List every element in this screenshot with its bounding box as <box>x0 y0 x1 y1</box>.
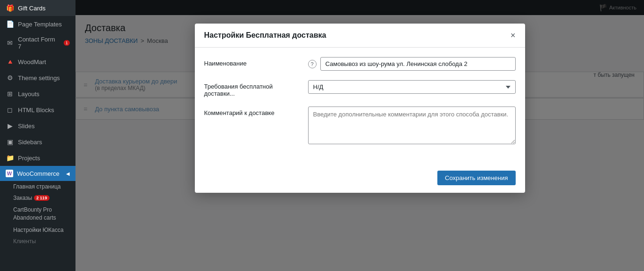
contact-form-badge: 1 <box>64 40 70 46</box>
save-button[interactable]: Сохранить изменения <box>437 171 516 185</box>
comment-label: Комментарий к доставке <box>204 107 299 116</box>
sidebar-item-label: Projects <box>18 155 40 162</box>
comment-field-container <box>308 107 516 144</box>
name-form-row: Наименование ? <box>204 57 516 71</box>
contact-form-icon: ✉ <box>6 39 14 47</box>
sidebar-item-label: Gift Cards <box>18 5 46 12</box>
requirements-select[interactable]: Н/Д Минимальная сумма заказа Купон со ск… <box>308 80 516 94</box>
sidebar-item-woocommerce[interactable]: W WooCommerce ◀ <box>0 166 75 181</box>
subitem-orders-label: Заказы <box>13 195 32 201</box>
subitem-clients-label: Клиенты <box>13 238 36 245</box>
comment-textarea[interactable] <box>308 107 516 144</box>
sidebar-item-label: Slides <box>18 123 34 130</box>
sidebar-item-label: Page Templates <box>18 21 62 28</box>
orders-badge: 2 119 <box>34 195 50 201</box>
modal-close-button[interactable]: × <box>510 31 516 40</box>
subitem-cartbounty-label: CartBounty Pro Abandoned carts <box>13 206 56 222</box>
sidebar-item-slides[interactable]: ▶ Slides <box>0 118 75 134</box>
modal-body: Наименование ? Требования бесплатной дос… <box>195 48 525 163</box>
sidebar-item-label: WooCommerce <box>17 170 59 177</box>
name-input[interactable] <box>320 57 516 71</box>
sidebar-item-label: Layouts <box>18 90 40 98</box>
subitem-home-label: Главная страница <box>13 183 61 190</box>
sidebar-item-label: WoodMart <box>18 58 46 66</box>
sidebar-item-sidebars[interactable]: ▣ Sidebars <box>0 134 75 150</box>
sidebar-item-gift-cards[interactable]: 🎁 Gift Cards <box>0 0 75 16</box>
sidebar-item-label: Theme settings <box>18 74 60 82</box>
sidebar-item-label: Sidebars <box>18 139 42 146</box>
sidebar-item-projects[interactable]: 📁 Projects <box>0 150 75 166</box>
modal: Настройки Бесплатная доставка × Наименов… <box>195 24 525 193</box>
sidebar-subitem-home[interactable]: Главная страница <box>0 181 75 192</box>
html-blocks-icon: ◻ <box>6 106 14 114</box>
sidebar-item-label: Contact Form 7 <box>18 36 58 50</box>
woocommerce-icon: W <box>6 170 13 177</box>
requirements-form-row: Требования бесплатной доставки... Н/Д Ми… <box>204 80 516 97</box>
name-label: Наименование <box>204 57 299 67</box>
comment-form-row: Комментарий к доставке <box>204 107 516 144</box>
theme-settings-icon: ⚙ <box>6 74 14 82</box>
sidebar-item-contact-form[interactable]: ✉ Contact Form 7 1 <box>0 32 75 54</box>
page-templates-icon: 📄 <box>6 20 14 28</box>
sidebar-item-html-blocks[interactable]: ◻ HTML Blocks <box>0 102 75 118</box>
sidebar-subitem-cartbounty[interactable]: CartBounty Pro Abandoned carts <box>0 204 75 224</box>
projects-icon: 📁 <box>6 154 14 162</box>
gift-cards-icon: 🎁 <box>6 4 14 12</box>
layouts-icon: ⊞ <box>6 90 14 98</box>
requirements-field-container: Н/Д Минимальная сумма заказа Купон со ск… <box>308 80 516 94</box>
sidebar-item-layouts[interactable]: ⊞ Layouts <box>0 86 75 102</box>
sidebar-subitem-clients[interactable]: Клиенты <box>0 236 75 247</box>
modal-title: Настройки Бесплатная доставка <box>204 31 326 40</box>
name-field-container: ? <box>308 57 516 71</box>
sidebar-subitem-orders[interactable]: Заказы 2 119 <box>0 192 75 204</box>
slides-icon: ▶ <box>6 122 14 130</box>
requirements-label: Требования бесплатной доставки... <box>204 80 299 97</box>
sidebars-icon: ▣ <box>6 138 14 146</box>
modal-header: Настройки Бесплатная доставка × <box>195 24 525 48</box>
sidebar-item-woodmart[interactable]: 🔺 WoodMart <box>0 54 75 70</box>
main-content: 🏴 Активность Доставка ЗОНЫ ДОСТАВКИ > Мо… <box>75 0 644 271</box>
sidebar-item-theme-settings[interactable]: ⚙ Theme settings <box>0 70 75 86</box>
subitem-yukassa-label: Настройки ЮКасса <box>13 227 64 233</box>
woocommerce-arrow-icon: ◀ <box>66 171 70 176</box>
woodmart-icon: 🔺 <box>6 57 14 66</box>
sidebar-item-page-templates[interactable]: 📄 Page Templates <box>0 16 75 32</box>
sidebar-subitem-yukassa[interactable]: Настройки ЮКасса <box>0 224 75 236</box>
sidebar-item-label: HTML Blocks <box>18 107 54 114</box>
modal-footer: Сохранить изменения <box>195 163 525 193</box>
sidebar: 🎁 Gift Cards 📄 Page Templates ✉ Contact … <box>0 0 75 271</box>
name-help-icon[interactable]: ? <box>308 60 317 68</box>
